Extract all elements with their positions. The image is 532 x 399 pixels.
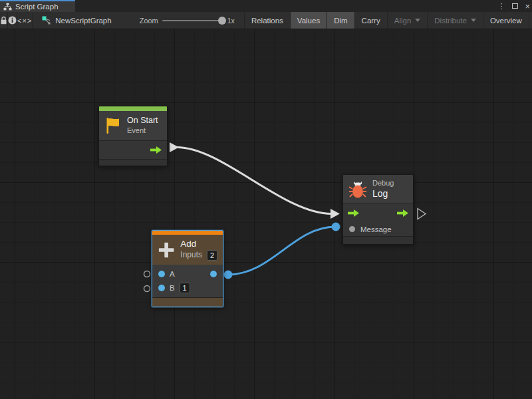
node-on-start[interactable]: On Start Event: [98, 106, 168, 166]
wire-end-arrow[interactable]: [331, 209, 340, 219]
graph-canvas[interactable]: On Start Event: [0, 29, 532, 399]
graph-window-icon: [3, 3, 12, 11]
node-title: On Start: [127, 116, 158, 126]
script-graph-asset-icon: [42, 16, 51, 25]
dim-button[interactable]: Dim: [327, 12, 354, 29]
chevron-down-icon: [471, 19, 476, 22]
edit-source-button[interactable]: <×>: [17, 12, 33, 29]
wire-onstart-to-log[interactable]: [177, 148, 332, 214]
node-footer: [152, 298, 223, 307]
values-button[interactable]: Values: [291, 12, 327, 29]
add-b-unconnected-circle[interactable]: [144, 286, 150, 292]
zoom-slider-handle[interactable]: [218, 17, 226, 25]
bug-icon: [348, 180, 367, 199]
wire-layer: [0, 29, 532, 399]
node-title: Log: [372, 188, 394, 200]
node-subtitle: Event: [127, 126, 158, 136]
node-footer: [343, 237, 413, 244]
flow-output-port-icon[interactable]: [397, 209, 408, 217]
node-add[interactable]: Add Inputs 2 A B 1: [152, 230, 223, 307]
graph-asset-selector[interactable]: NewScriptGraph: [33, 12, 119, 29]
zoom-label: Zoom: [140, 17, 158, 25]
sum-output-port[interactable]: [210, 271, 217, 277]
tab-script-graph[interactable]: Script Graph: [0, 0, 75, 12]
maximize-icon[interactable]: [512, 3, 518, 9]
port-a-label: A: [170, 270, 175, 278]
wire-start-dot[interactable]: [224, 271, 233, 279]
lock-icon: [0, 16, 7, 25]
port-b-value-field[interactable]: 1: [180, 283, 190, 293]
node-title: Add: [180, 239, 217, 250]
flow-input-port-icon[interactable]: [348, 209, 359, 217]
event-color-bar: [99, 106, 167, 111]
info-icon: [8, 16, 17, 25]
fullscreen-button[interactable]: Full S: [529, 12, 532, 29]
values-label: Values: [297, 17, 320, 25]
node-debug-log[interactable]: Debug Log Message: [342, 174, 414, 245]
port-a-input[interactable]: [158, 271, 165, 277]
overview-label: Overview: [490, 17, 522, 25]
relations-button[interactable]: Relations: [245, 12, 291, 29]
lock-button[interactable]: [0, 12, 8, 29]
graph-name-label: NewScriptGraph: [55, 17, 111, 25]
tab-label: Script Graph: [15, 3, 59, 11]
window-controls: ⋮ ×: [497, 0, 530, 12]
node-subtitle: Inputs: [180, 250, 202, 260]
zoom-slider[interactable]: [162, 20, 223, 21]
add-a-unconnected-circle[interactable]: [144, 271, 150, 277]
info-button[interactable]: [8, 12, 17, 29]
overview-button[interactable]: Overview: [483, 12, 529, 29]
dim-label: Dim: [334, 17, 347, 25]
wire-add-to-message[interactable]: [228, 227, 335, 275]
message-port-label: Message: [360, 225, 392, 233]
carry-button[interactable]: Carry: [355, 12, 388, 29]
graph-toolbar: <×> NewScriptGraph Zoom 1x Relations Val…: [0, 12, 532, 29]
menu-kebab-icon[interactable]: ⋮: [497, 3, 505, 10]
inputs-count-field[interactable]: 2: [207, 250, 217, 261]
node-category: Debug: [372, 179, 394, 188]
close-icon[interactable]: ×: [525, 2, 530, 11]
align-label: Align: [394, 17, 412, 25]
zoom-value: 1x: [227, 17, 239, 25]
plus-icon: [158, 241, 175, 259]
node-footer: [99, 160, 167, 166]
port-b-label: B: [170, 284, 175, 292]
message-input-port[interactable]: [349, 226, 355, 232]
flow-output-port-icon[interactable]: [150, 146, 162, 154]
distribute-button[interactable]: Distribute: [428, 12, 483, 29]
distribute-label: Distribute: [434, 17, 467, 25]
align-button[interactable]: Align: [388, 12, 428, 29]
port-b-input[interactable]: [158, 285, 165, 291]
wire-end-dot[interactable]: [332, 223, 340, 231]
carry-label: Carry: [362, 17, 380, 25]
log-exit-unconnected-triangle[interactable]: [418, 209, 426, 219]
chevron-down-icon: [415, 19, 420, 22]
flag-icon: [104, 116, 122, 135]
zoom-control: Zoom 1x: [120, 12, 244, 29]
relations-label: Relations: [251, 17, 283, 25]
titlebar: Script Graph ⋮ ×: [0, 0, 532, 12]
